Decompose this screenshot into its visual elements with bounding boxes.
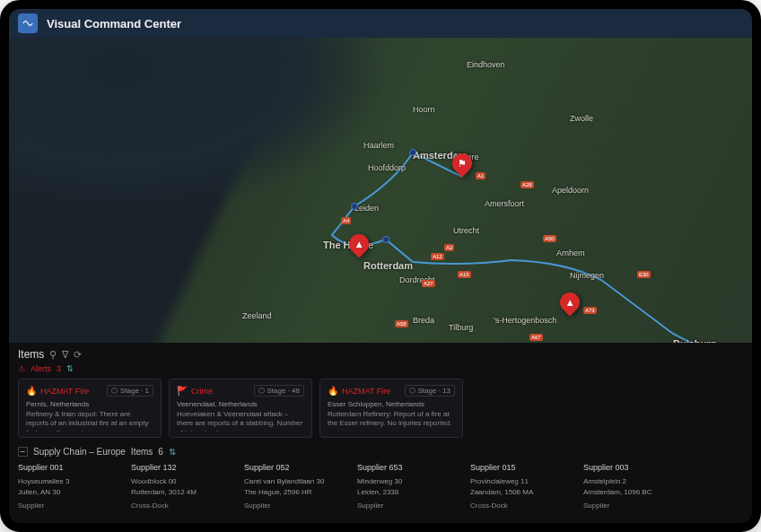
supplier-type: Supplier	[357, 501, 463, 511]
collapse-icon[interactable]: −	[18, 447, 28, 457]
supplier-addr1: Hoyseumallee 3	[18, 476, 124, 487]
alert-type-icon: 🔥	[26, 386, 37, 396]
supplier-addr2: Rotterdam, 3012 4M	[131, 487, 237, 498]
app-header: Visual Command Center	[9, 9, 752, 38]
supplier-card[interactable]: Supplier 003Amstelplein 2Amsterdam, 1096…	[583, 462, 689, 511]
alert-type-icon: 🔥	[328, 386, 338, 396]
city-label: Arnhem	[556, 249, 585, 257]
alerts-label: Alerts	[31, 364, 51, 373]
chain-sort-icon[interactable]: ⇅	[169, 447, 176, 457]
road-badge: A15	[458, 271, 471, 278]
alert-cards: 🔥HAZMAT Fire⬡Stage · 1Pernis, Netherland…	[18, 379, 743, 438]
supplier-type: Cross-Dock	[131, 501, 237, 511]
map-view[interactable]: EindhovenHoornHaarlemAmsterdamAlmereZwol…	[9, 38, 752, 343]
supplier-type: Supplier	[18, 501, 124, 511]
supplier-name: Supplier 003	[583, 462, 689, 475]
alert-location: Pernis, Netherlands	[26, 400, 153, 408]
city-label: Eindhoven	[467, 60, 505, 69]
city-label: Breda	[413, 316, 434, 325]
city-label: Nijmegen	[570, 271, 604, 280]
supplier-type: Cross-Dock	[470, 501, 576, 511]
city-label: Amersfoort	[485, 199, 524, 208]
sea-overlay	[9, 38, 752, 343]
alert-description: Refinery & train depot: There are report…	[26, 410, 153, 432]
supplier-addr2: Amsterdam, 1096 BC	[583, 487, 689, 498]
alert-description: Hoevelaken & Veenendaal attack – there a…	[177, 410, 304, 432]
supplier-addr1: Provincialeweg 11	[470, 476, 576, 487]
supplier-name: Supplier 052	[244, 462, 350, 475]
road-badge: A28	[520, 181, 534, 188]
chain-items-label: Items	[131, 447, 153, 457]
alert-stage: ⬡Stage · 48	[254, 385, 304, 397]
app-window: Visual Command Center EindhovenHoornHaar…	[0, 0, 761, 532]
supplier-name: Supplier 653	[357, 462, 463, 475]
warning-icon: ⚠	[18, 364, 25, 373]
map-marker[interactable]: ⚑	[452, 153, 472, 177]
road-badge: E30	[637, 271, 651, 278]
fire-icon: ▲	[354, 239, 364, 249]
road-badge: A73	[583, 307, 597, 314]
city-label: Zwolle	[570, 114, 593, 123]
supplier-addr1: Minderweg 30	[357, 476, 463, 487]
city-label: Zeeland	[242, 311, 272, 320]
map-marker[interactable]: ▲	[349, 234, 369, 257]
supplier-addr2: Julien, AN 30	[18, 487, 124, 498]
chain-label: Supply Chain – Europe	[33, 447, 126, 457]
waypoint-dot[interactable]	[409, 149, 416, 156]
app-title: Visual Command Center	[47, 17, 181, 31]
supplier-type: Supplier	[244, 501, 350, 511]
alert-stage: ⬡Stage · 1	[107, 385, 153, 397]
supplier-card[interactable]: Supplier 015Provincialeweg 11Zaandam, 15…	[470, 462, 576, 511]
alert-type-icon: 🚩	[177, 386, 188, 396]
city-label: Hoofddorp	[368, 163, 406, 172]
chain-count: 6	[158, 447, 163, 457]
supplier-card[interactable]: Supplier 132Woodblock 00Rotterdam, 3012 …	[131, 462, 237, 511]
city-label: Rotterdam	[363, 260, 413, 271]
alert-title: HAZMAT Fire	[40, 387, 103, 396]
alert-location: Veenendaal, Netherlands	[177, 400, 304, 408]
pin-icon[interactable]: ⚲	[49, 349, 57, 361]
alert-icon: ⚑	[458, 158, 467, 170]
alert-title: HAZMAT Fire	[342, 387, 401, 396]
road-badge: A12	[431, 253, 444, 260]
supplier-addr1: Woodblock 00	[131, 476, 237, 487]
alert-stage: ⬡Stage · 13	[405, 385, 455, 397]
filter-icon[interactable]: ∇	[62, 349, 68, 361]
supplier-addr1: Amstelplein 2	[583, 476, 689, 487]
city-label: Haarlem	[363, 141, 394, 150]
road-badge: A58	[395, 320, 408, 327]
alert-card[interactable]: 🚩Crime⬡Stage · 48Veenendaal, Netherlands…	[169, 379, 312, 438]
supplier-name: Supplier 015	[470, 462, 576, 475]
supplier-addr1: Carel van Bylandtlaan 30	[244, 476, 350, 487]
supplier-addr2: Leiden, 2338	[357, 487, 463, 498]
alerts-summary: ⚠ Alerts 3 ⇅	[18, 364, 743, 373]
city-label: Tilburg	[449, 323, 473, 332]
city-label: Apeldoorn	[552, 186, 589, 195]
alert-card[interactable]: 🔥HAZMAT Fire⬡Stage · 13Esser Schloppen, …	[319, 379, 463, 438]
city-label: Hoorn	[413, 105, 435, 114]
sort-icon[interactable]: ⇅	[66, 364, 74, 373]
supplier-addr2: The Hague, 2596 HR	[244, 487, 350, 498]
alerts-count: 3	[57, 364, 61, 373]
app-logo-icon	[18, 13, 38, 33]
road-badge: A1	[476, 172, 485, 179]
road-badge: A4	[341, 217, 351, 224]
fire-icon: ▲	[565, 297, 575, 308]
road-badge: A27	[422, 280, 435, 287]
supplier-card[interactable]: Supplier 653Minderweg 30Leiden, 2338Supp…	[357, 462, 463, 511]
items-header: Items ⚲ ∇ ⟳	[18, 348, 743, 361]
alert-card[interactable]: 🔥HAZMAT Fire⬡Stage · 1Pernis, Netherland…	[18, 379, 162, 438]
map-marker[interactable]: ▲	[560, 292, 580, 316]
supplier-card[interactable]: Supplier 001Hoyseumallee 3Julien, AN 30S…	[18, 462, 124, 511]
supplier-addr2: Zaandam, 1506 MA	[470, 487, 576, 498]
supply-chain-header: − Supply Chain – Europe Items 6 ⇅	[18, 447, 743, 457]
city-label: 's-Hertogenbosch	[494, 316, 556, 325]
settings-icon[interactable]: ⟳	[74, 349, 82, 361]
city-label: Duisburg	[673, 338, 716, 343]
alert-location: Esser Schloppen, Netherlands	[328, 400, 455, 408]
waypoint-dot[interactable]	[382, 236, 389, 243]
alert-description: Rotterdam Refinery: Report of a fire at …	[328, 410, 455, 432]
supplier-card[interactable]: Supplier 052Carel van Bylandtlaan 30The …	[244, 462, 350, 511]
waypoint-dot[interactable]	[351, 203, 358, 210]
bottom-panel: Items ⚲ ∇ ⟳ ⚠ Alerts 3 ⇅ 🔥HAZMAT Fire⬡St…	[9, 343, 752, 523]
